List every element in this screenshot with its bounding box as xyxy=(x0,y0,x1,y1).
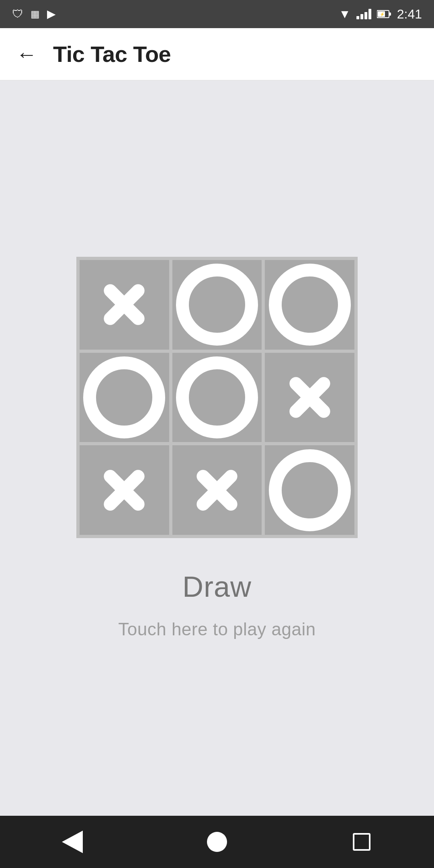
nav-home-icon xyxy=(207,832,227,852)
nav-bar xyxy=(0,816,434,868)
svg-rect-2 xyxy=(389,12,391,16)
cell-3[interactable] xyxy=(80,353,169,442)
cell-1[interactable] xyxy=(172,260,262,350)
nav-back-button[interactable] xyxy=(52,822,92,862)
cell-5[interactable] xyxy=(265,353,354,442)
nav-home-button[interactable] xyxy=(197,822,237,862)
status-bar-left: 🛡 ▦ ▶ xyxy=(12,8,56,20)
cell-4[interactable] xyxy=(172,353,262,442)
shield-icon: 🛡 xyxy=(12,8,23,20)
game-board[interactable] xyxy=(76,257,358,538)
cell-2[interactable] xyxy=(265,260,354,350)
sim-icon: ▦ xyxy=(31,9,40,19)
status-time: 2:41 xyxy=(397,7,422,22)
signal-icon xyxy=(356,9,371,19)
nav-recent-icon xyxy=(353,833,371,851)
status-bar-right: ▼ ⚡ 2:41 xyxy=(339,7,422,22)
result-status: Draw xyxy=(182,570,252,603)
cell-6[interactable] xyxy=(80,445,169,535)
app-bar: ← Tic Tac Toe xyxy=(0,28,434,80)
svg-text:⚡: ⚡ xyxy=(380,12,385,17)
back-arrow-icon: ← xyxy=(16,44,37,65)
back-button[interactable]: ← xyxy=(16,44,37,65)
nav-back-icon xyxy=(62,831,83,853)
main-content: Draw Touch here to play again xyxy=(0,80,434,816)
nav-recent-button[interactable] xyxy=(342,822,382,862)
page-title: Tic Tac Toe xyxy=(53,41,171,67)
cell-8[interactable] xyxy=(265,445,354,535)
cell-7[interactable] xyxy=(172,445,262,535)
status-bar: 🛡 ▦ ▶ ▼ ⚡ 2:41 xyxy=(0,0,434,28)
wifi-icon: ▼ xyxy=(339,7,351,21)
play-again-text[interactable]: Touch here to play again xyxy=(118,619,315,639)
battery-icon: ⚡ xyxy=(377,10,391,18)
play-icon: ▶ xyxy=(47,8,56,20)
cell-0[interactable] xyxy=(80,260,169,350)
